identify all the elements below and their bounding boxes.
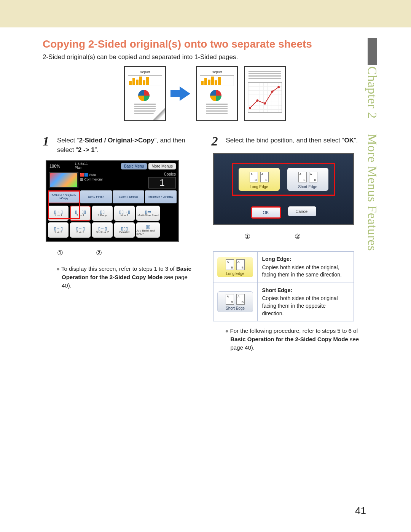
btn-booklet[interactable]: ▯▯▯Booklet [114,222,135,238]
step-number-1: 1 [43,135,53,148]
btn-multisize[interactable]: ▯▭Multi-Size Feed [136,206,160,221]
short-edge-cell-icon: ABAB Short Edge [217,291,253,312]
step-number-2: 2 [212,135,221,148]
short-edge-button[interactable]: ABAB Short Edge [287,168,328,191]
tab-zoom[interactable]: Zoom / Effects [113,190,144,203]
zoom-percent: 100% [46,164,63,168]
btn-2to1[interactable]: ▯→▯▯2 -> 1 [70,206,91,221]
callout-numbers-1: ① ② [57,249,199,257]
auto-info: 🟥🟦 Auto ▦ Commercial [80,172,147,189]
arrow-icon [170,84,191,103]
long-edge-cell-icon: ABAB Long Edge [217,257,253,277]
long-edge-title: Long Edge: [262,256,349,263]
svg-point-2 [264,102,266,105]
step-1-text: Select “2-Sided / Original->Copy”, and t… [57,135,199,155]
callout-1b: ① [244,232,250,241]
step-1-column: 1 Select “2-Sided / Original->Copy”, and… [43,135,199,351]
note-2: ●For the following procedure, refer to s… [212,327,368,351]
callout-numbers-2: ① ② [244,232,368,241]
copies-counter: Copies 1 [148,172,176,189]
copier-screen-2: ABAB Long Edge ABAB Short Edge OK Cancel [213,153,354,225]
page-title: Copying 2-Sided original(s) onto two sep… [43,38,367,50]
tab-insertion[interactable]: Insertion / Overlay [145,190,177,203]
btn-book2[interactable]: ▯→▯Book -> 2 [92,222,113,238]
page-front-icon: Report [196,66,238,121]
page-back-icon [244,66,286,121]
ok-button[interactable]: OK [251,206,281,219]
btn-jobbuild[interactable]: ▯▯Job Build and SADF [136,222,160,238]
source-doc-icon: Report [124,66,166,121]
callout-2: ② [96,249,102,257]
copier-screen-1: 100% 1 8.5x11Plain Basic Menu More Menus… [46,160,179,242]
long-edge-button[interactable]: ABAB Long Edge [239,168,280,191]
short-edge-desc: Copies both sides of the original facing… [262,295,338,316]
tab-2sided[interactable]: 2-Sided / Original->Copy [48,190,80,203]
svg-point-4 [277,86,280,88]
btn-nin1[interactable]: ▯▯→▯N in 1 [114,206,135,221]
note-1: ●To display this screen, refer to steps … [43,265,199,289]
short-edge-title: Short Edge: [262,287,349,294]
more-menus-tab[interactable]: More Menus [148,163,176,169]
concept-diagram: Report Report [43,66,367,121]
edge-table: ABAB Long Edge Long Edge: Copies both si… [213,251,354,321]
callout-2b: ② [295,232,301,241]
step-2-text: Select the bind position, and then selec… [226,135,358,145]
svg-point-3 [271,91,274,93]
step-2-column: 2 Select the bind position, and then sel… [212,135,368,351]
intro-text: 2-Sided original(s) can be copied and se… [43,53,367,61]
preview-thumb [49,172,78,188]
btn-2page[interactable]: ▯▯2 Page [92,206,113,221]
chapter-label: Chapter 2 [365,66,379,119]
page-body: Chapter 2 More Menus Features Copying 2-… [0,27,411,532]
side-tab-marker [368,38,377,65]
page-number: 41 [355,505,366,517]
long-edge-desc: Copies both sides of the original, facin… [262,264,342,278]
chapter-side-tab: Chapter 2 More Menus Features [362,38,382,297]
btn-1to2[interactable]: ▯→▯1 -> 2 [48,222,68,238]
btn-2to2[interactable]: ▯→▯2 -> 2 [70,222,91,238]
top-band [0,0,411,27]
btn-1to1[interactable]: ▯→▯1 -> 1 [48,206,68,221]
cancel-button[interactable]: Cancel [288,206,316,216]
svg-point-0 [249,107,251,109]
basic-menu-tab[interactable]: Basic Menu [121,163,147,169]
callout-1: ① [57,249,63,257]
svg-point-1 [256,99,259,102]
paper-info: 1 8.5x11Plain [63,162,121,170]
tab-sort[interactable]: Sort / Finish [80,190,112,203]
section-label: More Menus Features [365,134,379,251]
